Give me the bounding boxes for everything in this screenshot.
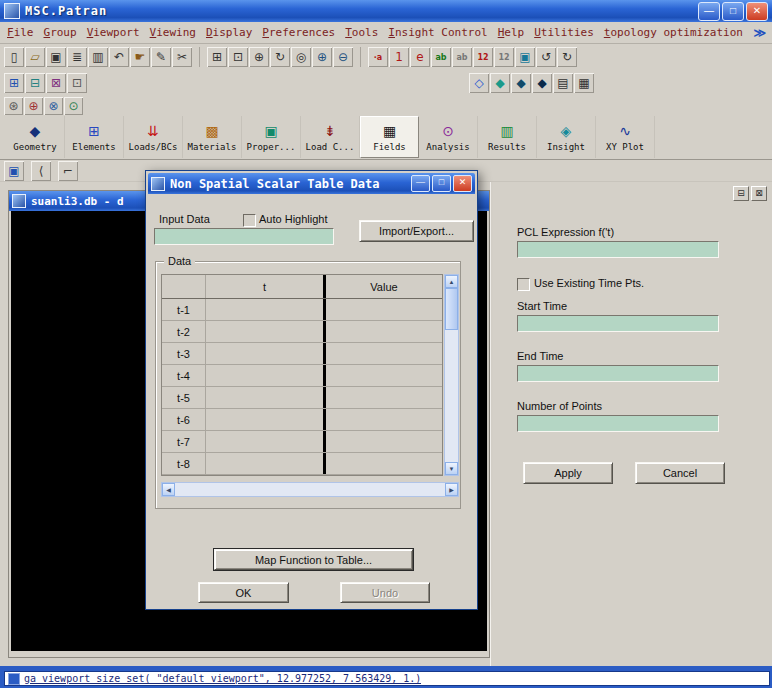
cut-icon[interactable]: ✂ [172, 47, 192, 67]
cancel-button[interactable]: Cancel [635, 462, 725, 484]
new-database-icon[interactable]: ▯ [4, 47, 24, 67]
point-label-icon[interactable]: ·a [368, 47, 388, 67]
save-database-icon[interactable]: ▣ [46, 47, 66, 67]
collapse-panel-icon[interactable]: ⟨ [31, 161, 51, 181]
table-horizontal-scrollbar[interactable]: ◀ ▶ [161, 482, 459, 497]
app-tab-proper[interactable]: ▣Proper... [242, 116, 301, 158]
panel-undock-icon[interactable]: ⊟ [733, 186, 749, 201]
table-cell-value[interactable] [326, 387, 442, 408]
table-cell-t[interactable] [206, 431, 323, 452]
table-cell-value[interactable] [326, 431, 442, 452]
table-cell-t[interactable] [206, 321, 323, 342]
zoom-box-icon[interactable]: ⊡ [228, 47, 248, 67]
menu-item-help[interactable]: Help [493, 23, 530, 42]
table-cell-t[interactable] [206, 409, 323, 430]
model-axes-icon[interactable]: ⊗ [44, 97, 63, 115]
table-cell-t[interactable] [206, 343, 323, 364]
undo-button[interactable]: Undo [340, 582, 430, 603]
copy-icon[interactable]: ▥ [88, 47, 108, 67]
fit-view-icon[interactable]: ⊞ [207, 47, 227, 67]
app-tab-loads-bcs[interactable]: ⇊Loads/BCs [124, 116, 183, 158]
display-list-icon[interactable]: ▤ [553, 73, 573, 93]
table-cell-value[interactable] [326, 409, 442, 430]
node-label-icon[interactable]: 1 [389, 47, 409, 67]
preferences-gear-icon[interactable]: ⊛ [4, 97, 23, 115]
table-cell-t[interactable] [206, 299, 323, 320]
app-tab-geometry[interactable]: ◆Geometry [6, 116, 65, 158]
viewport-home-icon[interactable]: ▣ [4, 161, 24, 181]
panel-close-icon[interactable]: ⊠ [751, 186, 767, 201]
menu-item-file[interactable]: File [2, 23, 39, 42]
labels-off-icon[interactable]: ab [452, 47, 472, 67]
display-grid-icon[interactable]: ▦ [574, 73, 594, 93]
table-vertical-scrollbar[interactable]: ▲ ▼ [444, 274, 459, 476]
ok-button[interactable]: OK [198, 582, 289, 603]
coord-frame-icon[interactable]: ⊕ [24, 97, 43, 115]
menu-item-topology-optimization[interactable]: topology optimization [599, 23, 748, 42]
viewport-settings-icon[interactable]: ⊡ [67, 73, 87, 93]
apply-button[interactable]: Apply [523, 462, 613, 484]
end-time-input[interactable] [517, 365, 719, 382]
maximize-button[interactable]: □ [722, 2, 744, 21]
rotate-view-icon[interactable]: ↻ [270, 47, 290, 67]
zoom-out-icon[interactable]: ⊖ [333, 47, 353, 67]
menu-item-utilities[interactable]: Utilities [529, 23, 599, 42]
app-tab-xy-plot[interactable]: ∿XY Plot [596, 116, 655, 158]
brush-icon[interactable]: ✎ [151, 47, 171, 67]
select-corner-icon[interactable]: ⌐ [58, 161, 78, 181]
vertical-scroll-thumb[interactable] [445, 288, 458, 330]
menu-item-group[interactable]: Group [39, 23, 82, 42]
dialog-titlebar[interactable]: Non Spatial Scalar Table Data — □ ✕ [148, 173, 475, 194]
app-tab-elements[interactable]: ⊞Elements [65, 116, 124, 158]
minimize-button[interactable]: — [698, 2, 720, 21]
view-corners-icon[interactable]: ⊙ [64, 97, 83, 115]
use-existing-time-pts-checkbox[interactable] [517, 278, 530, 291]
start-time-input[interactable] [517, 315, 719, 332]
wireframe-cube-icon[interactable]: ◇ [469, 73, 489, 93]
entity-colors-icon[interactable]: ▣ [515, 47, 535, 67]
app-tab-results[interactable]: ▥Results [478, 116, 537, 158]
table-cell-value[interactable] [326, 453, 442, 474]
number-of-points-input[interactable] [517, 415, 719, 432]
auto-highlight-checkbox[interactable] [243, 214, 256, 227]
table-cell-value[interactable] [326, 365, 442, 386]
pan-hand-icon[interactable]: ☛ [130, 47, 150, 67]
open-database-icon[interactable]: ▱ [25, 47, 45, 67]
table-cell-value[interactable] [326, 299, 442, 320]
menu-item-viewing[interactable]: Viewing [145, 23, 201, 42]
import-export-button[interactable]: Import/Export... [359, 220, 474, 242]
app-tab-insight[interactable]: ◈Insight [537, 116, 596, 158]
show-ids-icon[interactable]: 12 [473, 47, 493, 67]
labels-on-icon[interactable]: ab [431, 47, 451, 67]
dialog-close-button[interactable]: ✕ [453, 175, 472, 192]
refresh-graphics-icon[interactable]: ↻ [557, 47, 577, 67]
scroll-right-icon[interactable]: ▶ [445, 483, 458, 496]
pcl-expression-input[interactable] [517, 241, 719, 258]
create-viewport-icon[interactable]: ⊞ [4, 73, 24, 93]
scroll-down-icon[interactable]: ▼ [445, 462, 458, 475]
zoom-in-icon[interactable]: ⊕ [312, 47, 332, 67]
undo-icon[interactable]: ↶ [109, 47, 129, 67]
menu-item-viewport[interactable]: Viewport [82, 23, 145, 42]
table-cell-t[interactable] [206, 365, 323, 386]
app-tab-analysis[interactable]: ⊙Analysis [419, 116, 478, 158]
menu-item-preferences[interactable]: Preferences [257, 23, 340, 42]
center-view-icon[interactable]: ⊕ [249, 47, 269, 67]
horizontal-scroll-track[interactable] [175, 483, 445, 496]
vertical-scroll-track[interactable] [445, 288, 458, 462]
hidden-line-cube-icon[interactable]: ◆ [490, 73, 510, 93]
window-titlebar[interactable]: MSC.Patran — □ ✕ [0, 0, 772, 22]
smooth-shaded-cube-icon[interactable]: ◆ [532, 73, 552, 93]
menu-item-tools[interactable]: Tools [340, 23, 383, 42]
print-icon[interactable]: ≣ [67, 47, 87, 67]
viewport-options-icon[interactable]: ⊠ [46, 73, 66, 93]
close-button[interactable]: ✕ [746, 2, 768, 21]
menu-item-display[interactable]: Display [201, 23, 257, 42]
dialog-minimize-button[interactable]: — [411, 175, 430, 192]
scroll-left-icon[interactable]: ◀ [162, 483, 175, 496]
command-input[interactable]: ga_viewport_size_set( "default_viewport"… [4, 671, 770, 686]
menu-item-insight-control[interactable]: Insight Control [383, 23, 492, 42]
scroll-up-icon[interactable]: ▲ [445, 275, 458, 288]
app-tab-load-c[interactable]: ⇟Load C... [301, 116, 360, 158]
map-function-to-table-button[interactable]: Map Function to Table... [214, 549, 413, 570]
